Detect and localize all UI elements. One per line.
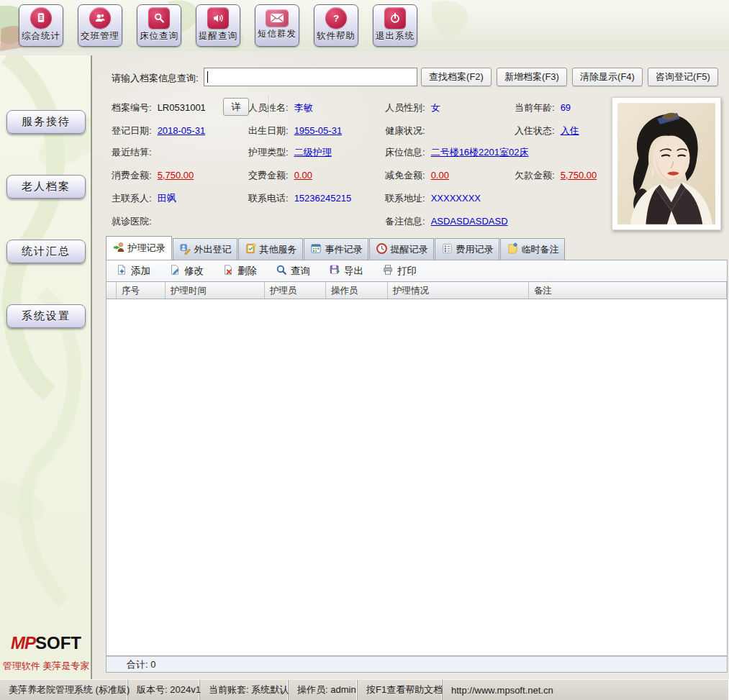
add-record-button[interactable]: 添加: [107, 260, 160, 281]
column-header-备注[interactable]: 备注: [529, 282, 727, 299]
export-record-button[interactable]: 导出: [320, 260, 373, 281]
new-archive-button[interactable]: 新增档案(F3): [497, 68, 567, 86]
find-archive-button[interactable]: 查找档案(F2): [421, 68, 492, 86]
tab-outing-icon: [179, 242, 191, 257]
table-body[interactable]: [106, 299, 728, 656]
print-record-button[interactable]: 打印: [373, 260, 426, 281]
comprehensive-stats-icon: [30, 7, 52, 29]
sidebar-item-statistics-summary[interactable]: 统计汇总: [6, 240, 86, 263]
tab-events-icon: [310, 242, 322, 257]
field-健康状况: 健康状况:: [385, 124, 431, 139]
delete-record-button[interactable]: 删除: [213, 260, 266, 281]
field-value: XXXXXXXX: [431, 193, 481, 204]
clear-display-button[interactable]: 清除显示(F4): [572, 68, 643, 86]
tab-temporary-notes[interactable]: 临时备注: [500, 238, 565, 260]
total-label: 合计: 0: [127, 658, 155, 671]
field-value[interactable]: 入住: [561, 125, 579, 136]
action-label: 导出: [344, 265, 363, 278]
act-print-icon: [382, 264, 394, 278]
tab-nursing-records[interactable]: 护理记录: [106, 236, 172, 260]
tab-label: 提醒记录: [391, 243, 428, 256]
toolbar-button-sms-broadcast[interactable]: 短信群发: [255, 4, 299, 47]
column-header-序号[interactable]: 序号: [117, 282, 166, 299]
sidebar-item-elder-archives[interactable]: 老人档案: [6, 175, 86, 199]
field-人员姓名: 人员姓名:李敏: [248, 101, 313, 116]
consult-register-button[interactable]: 咨询登记(F5): [648, 68, 718, 86]
detail-button[interactable]: 详: [223, 98, 249, 116]
toolbar-button-exit-system[interactable]: 退出系统: [373, 4, 417, 47]
field-label: 床位信息:: [385, 147, 425, 158]
column-header-操作员[interactable]: 操作员: [326, 282, 388, 299]
field-value[interactable]: 5,750.00: [158, 170, 194, 181]
sms-broadcast-icon: [266, 9, 289, 27]
action-label: 修改: [184, 265, 204, 278]
toolbar-button-comprehensive-stats[interactable]: 综合统计: [19, 4, 63, 47]
search-input[interactable]: [204, 68, 417, 86]
tab-services-icon: [245, 242, 257, 257]
action-label: 查询: [291, 265, 310, 278]
field-value: 田飒: [158, 193, 176, 204]
field-护理类型: 护理类型:二级护理: [248, 146, 332, 160]
tab-label: 护理记录: [128, 242, 166, 255]
mpsoft-logo: MPSOFT 管理软件 美萍是专家: [0, 633, 92, 673]
act-export-icon: [329, 264, 340, 278]
field-value[interactable]: 二级护理: [294, 147, 332, 158]
field-档案编号: 档案编号:LR0531001: [112, 101, 206, 116]
record-tabs: 护理记录外出登记其他服务事件记录提醒记录费用记录临时备注: [106, 236, 728, 260]
field-主联系人: 主联系人:田飒: [112, 192, 176, 206]
field-value[interactable]: 0.00: [294, 170, 312, 181]
logo-soft: SOFT: [35, 633, 81, 653]
toolbar-button-reminder-search[interactable]: 提醒查询: [196, 4, 240, 47]
status-bar: 美萍养老院管理系统 (标准版)版本号: 2024v1当前账套: 系统默认操作员:…: [0, 679, 729, 700]
act-query-icon: [276, 264, 287, 278]
sidebar-item-system-settings[interactable]: 系统设置: [6, 304, 86, 328]
portrait-illustration: [617, 103, 715, 224]
field-label: 交费金额:: [248, 170, 289, 181]
tab-fee-records[interactable]: 费用记录: [435, 238, 499, 260]
field-当前年龄: 当前年龄:69: [515, 101, 571, 116]
toolbar-button-software-help[interactable]: ?软件帮助: [314, 4, 358, 47]
field-label: 主联系人:: [112, 193, 152, 204]
leaf-decoration: [0, 55, 91, 679]
field-label: 护理类型:: [248, 147, 289, 158]
tab-outing-registration[interactable]: 外出登记: [173, 238, 237, 260]
tab-fees-icon: [441, 242, 453, 257]
tab-label: 事件记录: [325, 243, 363, 256]
tab-event-records[interactable]: 事件记录: [304, 238, 368, 260]
record-actionbar: 添加修改删除查询导出打印: [106, 260, 728, 282]
column-header-护理员[interactable]: 护理员: [265, 282, 326, 299]
tab-reminder-records[interactable]: 提醒记录: [369, 238, 434, 260]
toolbar-button-bed-search[interactable]: 床位查询: [137, 4, 181, 47]
logo-tagline: 管理软件 美萍是专家: [0, 660, 92, 673]
field-value[interactable]: ASDASDASDASD: [431, 216, 508, 227]
field-value: 李敏: [294, 102, 313, 113]
column-header-护理情况[interactable]: 护理情况: [388, 282, 529, 299]
sidebar-item-service-reception[interactable]: 服务接待: [6, 110, 86, 134]
field-value[interactable]: 0.00: [431, 170, 449, 181]
field-消费金额: 消费金额:5,750.00: [112, 169, 194, 183]
field-value[interactable]: 2018-05-31: [158, 125, 206, 136]
act-delete-icon: [222, 264, 234, 278]
query-record-button[interactable]: 查询: [266, 260, 320, 281]
field-床位信息: 床位信息:二号楼16楼2201室02床: [385, 146, 528, 160]
tab-label: 其他服务: [260, 243, 297, 256]
field-label: 备注信息:: [385, 216, 425, 227]
field-value: 15236245215: [294, 193, 352, 204]
field-label: 健康状况:: [385, 125, 425, 136]
app-window: 综合统计交班管理床位查询提醒查询短信群发?软件帮助退出系统 服务接待老人档案统计…: [0, 0, 729, 700]
column-header-护理时间[interactable]: 护理时间: [166, 282, 265, 299]
field-label: 当前年龄:: [515, 102, 555, 113]
toolbar-button-shift-management[interactable]: 交班管理: [78, 4, 122, 47]
action-label: 删除: [237, 265, 257, 278]
field-value[interactable]: 5,750.00: [561, 170, 597, 181]
field-入住状态: 入住状态:入住: [515, 124, 579, 139]
modify-record-button[interactable]: 修改: [160, 260, 213, 281]
status-account-set: 当前账套: 系统默认: [200, 680, 289, 700]
table-footer: 合计: 0: [106, 656, 728, 673]
tab-nurse-icon: [113, 241, 125, 255]
field-value[interactable]: 1955-05-31: [294, 125, 343, 136]
field-value[interactable]: 二号楼16楼2201室02床: [431, 147, 529, 158]
tab-other-services[interactable]: 其他服务: [238, 238, 303, 260]
column-header-row-selector[interactable]: [107, 282, 117, 299]
shift-management-icon: [89, 7, 111, 29]
